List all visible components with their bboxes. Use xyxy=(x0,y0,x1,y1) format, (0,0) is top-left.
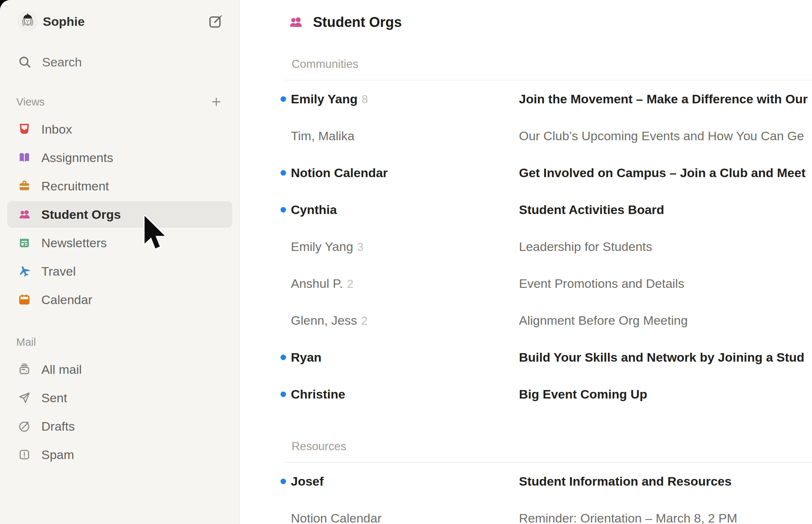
sidebar-item-travel[interactable]: Travel xyxy=(7,258,232,285)
thread-count: 3 xyxy=(357,241,364,254)
email-row[interactable]: Notion CalendarGet Involved on Campus – … xyxy=(240,154,812,191)
unread-dot xyxy=(281,355,286,360)
views-header: Views xyxy=(16,96,45,108)
unread-dot xyxy=(281,392,286,397)
views-list: Inbox Assignments Recruitment Student Or… xyxy=(7,116,232,315)
sidebar-item-label: Calendar xyxy=(41,293,92,307)
email-sender: Josef xyxy=(291,474,519,489)
briefcase-icon xyxy=(18,179,31,193)
email-sender: Ryan xyxy=(291,350,519,365)
sidebar-item-label: Spam xyxy=(41,448,74,462)
email-sender: Emily Yang3 xyxy=(291,239,519,254)
sidebar-item-label: Newsletters xyxy=(41,236,107,250)
sidebar-item-student-orgs[interactable]: Student Orgs xyxy=(7,201,232,228)
sidebar-item-label: Student Orgs xyxy=(41,207,121,222)
unread-dot xyxy=(281,96,286,102)
unread-dot xyxy=(281,479,286,484)
sidebar-item-all-mail[interactable]: All mail xyxy=(7,356,232,383)
email-row[interactable]: Emily Yang8Join the Movement – Make a Di… xyxy=(240,80,812,117)
spam-icon xyxy=(18,448,31,461)
email-subject: Build Your Skills and Network by Joining… xyxy=(519,350,812,365)
email-row[interactable]: Emily Yang3Leadership for Students xyxy=(240,228,812,265)
newspaper-icon xyxy=(18,236,31,249)
email-subject: Event Promotions and Details xyxy=(519,276,812,291)
email-subject: Big Event Coming Up xyxy=(519,387,812,401)
allmail-icon xyxy=(18,363,31,376)
email-sender: Tim, Malika xyxy=(291,129,519,143)
sidebar-item-recruitment[interactable]: Recruitment xyxy=(7,173,232,199)
email-subject: Student Activities Board xyxy=(519,203,812,217)
email-sections: CommunitiesEmily Yang8Join the Movement … xyxy=(240,58,812,524)
sidebar-item-drafts[interactable]: Drafts xyxy=(7,413,232,439)
page-title: Student Orgs xyxy=(313,14,402,30)
email-row[interactable]: Tim, MalikaOur Club’s Upcoming Events an… xyxy=(240,117,812,154)
email-row[interactable]: Notion CalendarReminder: Orientation – M… xyxy=(240,500,812,524)
email-sender: Emily Yang8 xyxy=(291,92,519,106)
app-window: Sophie Search Views xyxy=(0,0,812,524)
people-icon xyxy=(18,208,31,221)
unread-dot xyxy=(281,207,286,213)
search-button[interactable]: Search xyxy=(7,50,232,74)
section-header: Resources xyxy=(292,440,812,454)
sidebar-item-assignments[interactable]: Assignments xyxy=(7,144,232,171)
profile-row: Sophie xyxy=(7,11,232,32)
email-subject: Our Club’s Upcoming Events and How You C… xyxy=(519,129,812,143)
sidebar-item-label: Drafts xyxy=(41,419,75,434)
book-icon xyxy=(18,151,31,164)
sidebar-item-label: Sent xyxy=(41,391,67,405)
email-sender: Notion Calendar xyxy=(291,511,519,524)
mail-section-head: Mail xyxy=(7,335,232,349)
email-row[interactable]: RyanBuild Your Skills and Network by Joi… xyxy=(240,339,812,376)
email-row[interactable]: JosefStudent Information and Resources xyxy=(240,463,812,500)
sidebar-item-spam[interactable]: Spam xyxy=(7,441,232,468)
email-sender: Anshul P.2 xyxy=(291,276,519,291)
profile-name[interactable]: Sophie xyxy=(43,14,85,29)
thread-count: 2 xyxy=(361,314,368,327)
search-icon xyxy=(18,55,32,69)
email-row[interactable]: Anshul P.2Event Promotions and Details xyxy=(240,265,812,302)
unread-dot xyxy=(281,170,286,176)
email-subject: Get Involved on Campus – Join a Club and… xyxy=(519,166,812,180)
mail-header: Mail xyxy=(16,336,36,348)
email-row[interactable]: ChristineBig Event Coming Up xyxy=(240,376,812,413)
email-sender: Christine xyxy=(291,387,519,401)
people-icon xyxy=(288,14,303,30)
email-sender: Cynthia xyxy=(291,203,519,217)
email-row[interactable]: Glenn, Jess2Alignment Before Org Meeting xyxy=(240,302,812,339)
draft-icon xyxy=(18,420,31,433)
inbox-icon xyxy=(18,123,31,136)
sidebar-item-calendar[interactable]: Calendar xyxy=(7,286,232,313)
compose-button[interactable] xyxy=(208,14,223,29)
thread-count: 2 xyxy=(347,277,353,290)
sidebar-item-sent[interactable]: Sent xyxy=(7,385,232,411)
sidebar: Sophie Search Views xyxy=(0,0,240,524)
section-header: Communities xyxy=(292,58,812,72)
thread-count: 8 xyxy=(362,93,368,106)
email-sender: Glenn, Jess2 xyxy=(291,313,519,328)
calendar-icon xyxy=(18,293,31,306)
sidebar-item-label: Assignments xyxy=(41,151,113,165)
views-section-head: Views xyxy=(7,94,232,109)
sidebar-item-label: Inbox xyxy=(41,122,72,137)
sidebar-item-inbox[interactable]: Inbox xyxy=(7,116,232,142)
email-subject: Alignment Before Org Meeting xyxy=(519,313,812,328)
email-subject: Leadership for Students xyxy=(519,239,812,254)
plane-icon xyxy=(18,265,31,278)
email-subject: Student Information and Resources xyxy=(519,474,812,489)
email-sender: Notion Calendar xyxy=(291,166,519,180)
sidebar-item-newsletters[interactable]: Newsletters xyxy=(7,230,232,256)
email-list-pane: Student Orgs CommunitiesEmily Yang8Join … xyxy=(240,0,812,524)
email-row[interactable]: CynthiaStudent Activities Board xyxy=(240,191,812,228)
mail-list: All mail Sent Drafts Spam xyxy=(7,356,232,470)
email-subject: Join the Movement – Make a Difference wi… xyxy=(519,92,812,106)
sidebar-item-label: Travel xyxy=(41,264,76,279)
sidebar-item-label: All mail xyxy=(41,362,82,377)
add-view-button[interactable] xyxy=(210,96,223,108)
sidebar-item-label: Recruitment xyxy=(41,179,109,193)
page-header: Student Orgs xyxy=(288,13,812,32)
send-icon xyxy=(18,391,31,404)
email-subject: Reminder: Orientation – March 8, 2 PM xyxy=(519,511,812,524)
search-label: Search xyxy=(42,55,82,69)
avatar[interactable] xyxy=(18,11,38,31)
